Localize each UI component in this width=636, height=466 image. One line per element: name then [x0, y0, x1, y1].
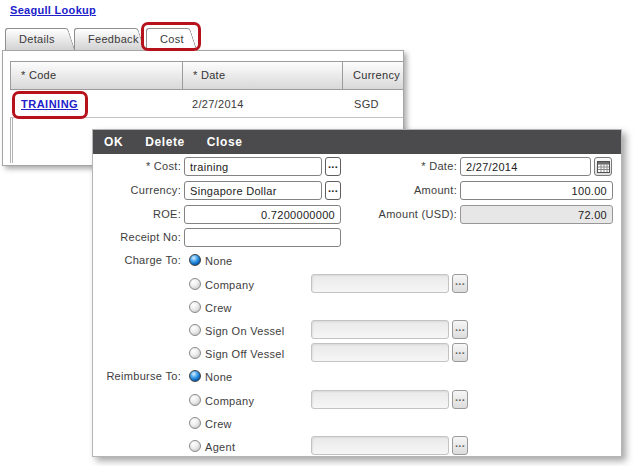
reimburse-agent-radio[interactable]	[189, 440, 201, 452]
reimburse-crew-label: Crew	[205, 418, 232, 431]
reimburse-company-label: Company	[205, 395, 254, 408]
cost-label: * Cost:	[95, 157, 181, 176]
delete-button[interactable]: Delete	[145, 135, 185, 149]
charge-sign-off-vessel-input	[311, 343, 449, 362]
charge-sign-on-vessel-label: Sign On Vessel	[205, 325, 284, 338]
column-header-date[interactable]: * Date	[182, 61, 343, 90]
charge-company-lookup-button: ...	[452, 274, 468, 293]
amount-label: Amount:	[361, 181, 457, 200]
training-code-link[interactable]: TRAINING	[21, 98, 78, 110]
row-date-cell: 2/27/2014	[182, 90, 343, 117]
charge-company-input	[311, 274, 449, 293]
receipt-no-label: Receipt No:	[95, 228, 181, 247]
charge-sign-on-vessel-lookup-button: ...	[452, 320, 468, 339]
charge-crew-radio[interactable]	[189, 301, 201, 313]
cost-table-header: * Code * Date Currency	[10, 61, 404, 90]
charge-crew-label: Crew	[205, 302, 232, 315]
row-currency-cell: SGD	[343, 90, 404, 117]
calendar-button[interactable]	[594, 157, 612, 176]
currency-label: Currency:	[95, 181, 181, 200]
tab-feedback[interactable]: Feedback	[74, 28, 129, 50]
charge-sign-off-vessel-radio[interactable]	[189, 347, 201, 359]
charge-sign-off-vessel-lookup-button: ...	[452, 343, 468, 362]
column-header-currency[interactable]: Currency	[342, 61, 404, 90]
dialog-toolbar: OK Delete Close	[93, 130, 621, 154]
tab-label: Details	[19, 33, 55, 45]
amount-input[interactable]	[460, 181, 613, 200]
amount-usd-field	[460, 205, 613, 224]
reimburse-agent-lookup-button: ...	[452, 436, 468, 455]
currency-lookup-button[interactable]: ...	[325, 181, 341, 200]
ok-button[interactable]: OK	[104, 135, 123, 149]
reimburse-company-radio[interactable]	[189, 394, 201, 406]
reimburse-none-radio[interactable]	[189, 370, 201, 382]
cost-input[interactable]	[184, 157, 322, 176]
tab-label: Cost	[160, 33, 184, 45]
reimburse-none-label: None	[205, 371, 233, 384]
cost-lookup-button[interactable]: ...	[325, 157, 341, 176]
cost-table: * Code * Date Currency TRAINING 2/27/201…	[10, 61, 404, 118]
reimburse-agent-input	[311, 436, 449, 455]
tab-label: Feedback	[88, 33, 139, 45]
tab-details[interactable]: Details	[5, 28, 59, 50]
date-label: * Date:	[361, 157, 457, 176]
amount-usd-label: Amount (USD):	[361, 205, 457, 224]
reimburse-agent-label: Agent	[205, 441, 235, 454]
calendar-icon	[597, 161, 610, 173]
currency-input[interactable]	[184, 181, 322, 200]
charge-sign-off-vessel-label: Sign Off Vessel	[205, 348, 285, 361]
charge-sign-on-vessel-radio[interactable]	[189, 324, 201, 336]
charge-none-radio[interactable]	[189, 254, 201, 266]
column-header-code[interactable]: * Code	[10, 61, 183, 90]
close-button[interactable]: Close	[207, 135, 243, 149]
table-row: TRAINING 2/27/2014 SGD	[10, 90, 404, 118]
charge-company-radio[interactable]	[189, 278, 201, 290]
table-left-border	[10, 118, 13, 163]
receipt-no-input[interactable]	[184, 228, 341, 247]
tab-strip: Details Feedback Cost	[0, 28, 636, 51]
charge-sign-on-vessel-input	[311, 320, 449, 339]
reimburse-to-label: Reimburse To:	[95, 370, 181, 383]
tab-cost[interactable]: Cost	[146, 28, 181, 51]
charge-company-label: Company	[205, 279, 254, 292]
roe-label: ROE:	[95, 205, 181, 224]
cost-entry-dialog: OK Delete Close * Cost: ... * Date: Curr…	[92, 129, 622, 457]
reimburse-crew-radio[interactable]	[189, 417, 201, 429]
date-input[interactable]	[460, 157, 591, 176]
reimburse-company-input	[311, 390, 449, 409]
roe-input[interactable]	[184, 205, 341, 224]
charge-to-label: Charge To:	[95, 254, 181, 267]
reimburse-company-lookup-button: ...	[452, 390, 468, 409]
seagull-lookup-link[interactable]: Seagull Lookup	[10, 4, 96, 16]
charge-none-label: None	[205, 255, 233, 268]
